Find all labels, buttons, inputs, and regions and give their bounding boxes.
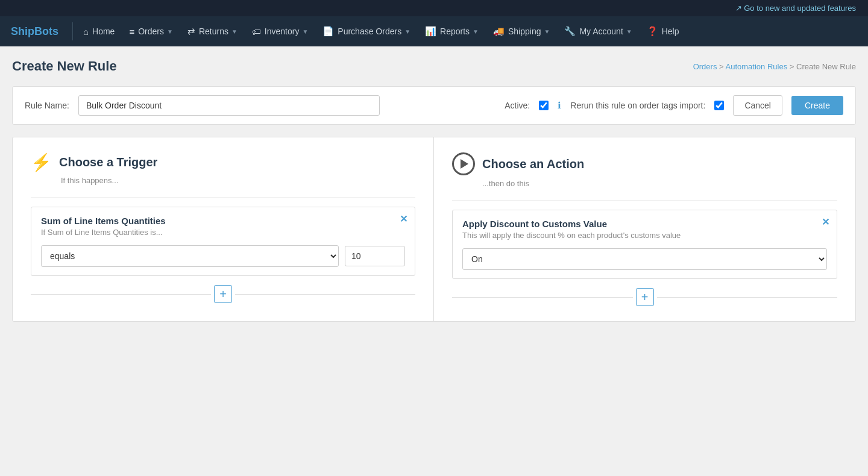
rule-name-bar: Rule Name: Active: ℹ Rerun this rule on … xyxy=(12,86,856,125)
trigger-add-button[interactable]: + xyxy=(214,285,232,303)
top-banner: ↗ Go to new and updated features xyxy=(0,0,868,16)
reports-icon: 📊 xyxy=(425,26,436,37)
nav-logo[interactable]: ShipBots xyxy=(6,25,63,38)
info-icon[interactable]: ℹ xyxy=(558,100,561,111)
orders-dropdown-arrow: ▼ xyxy=(167,28,173,35)
trigger-divider xyxy=(31,197,415,198)
new-features-link[interactable]: ↗ Go to new and updated features xyxy=(735,4,856,13)
trigger-condition-select[interactable]: equals greater than less than not equals xyxy=(41,245,339,267)
trigger-value-input[interactable] xyxy=(345,246,405,266)
action-card-close[interactable]: ✕ xyxy=(822,218,829,227)
returns-icon: ⇄ xyxy=(187,26,195,37)
trigger-panel-subtitle: If this happens... xyxy=(61,176,415,185)
trigger-card-form: equals greater than less than not equals xyxy=(41,245,405,267)
nav-label-inventory: Inventory xyxy=(265,27,300,36)
shipping-dropdown-arrow: ▼ xyxy=(544,28,550,35)
nav-label-returns: Returns xyxy=(199,27,228,36)
shipping-icon: 🚚 xyxy=(493,26,505,37)
nav-item-shipping[interactable]: 🚚 Shipping ▼ xyxy=(486,16,557,46)
purchase-orders-icon: 📄 xyxy=(322,26,334,37)
trigger-card-title: Sum of Line Items Quantities xyxy=(41,216,405,226)
my-account-icon: 🔧 xyxy=(564,26,576,37)
rerun-checkbox[interactable] xyxy=(714,101,724,110)
rule-name-input[interactable] xyxy=(78,95,380,116)
breadcrumb-sep1: > xyxy=(719,62,726,71)
logo-text: ShipBots xyxy=(11,25,58,38)
action-panel-subtitle: ...then do this xyxy=(482,179,837,188)
action-panel: Choose an Action ...then do this Apply D… xyxy=(434,137,855,321)
nav-label-orders: Orders xyxy=(138,27,164,36)
action-card-description: This will apply the discount % on each p… xyxy=(462,231,827,240)
trigger-add-line-left xyxy=(31,294,211,295)
trigger-panel-title: Choose a Trigger xyxy=(59,155,157,169)
my-account-dropdown-arrow: ▼ xyxy=(626,28,632,35)
action-add-button[interactable]: + xyxy=(636,288,654,306)
action-card-title: Apply Discount to Customs Value xyxy=(462,219,827,229)
breadcrumb-orders[interactable]: Orders xyxy=(693,62,717,71)
nav-item-purchase-orders[interactable]: 📄 Purchase Orders ▼ xyxy=(315,16,418,46)
home-icon: ⌂ xyxy=(83,27,89,37)
page-header: Create New Rule Orders > Automation Rule… xyxy=(12,58,856,74)
action-panel-header: Choose an Action xyxy=(452,152,837,175)
breadcrumb-automation-rules[interactable]: Automation Rules xyxy=(726,62,788,71)
trigger-card-close[interactable]: ✕ xyxy=(400,215,407,224)
inventory-dropdown-arrow: ▼ xyxy=(302,28,308,35)
panels-container: ⚡ Choose a Trigger If this happens... Su… xyxy=(12,137,856,322)
rule-name-label: Rule Name: xyxy=(25,101,69,110)
nav-items: ⌂ Home ≡ Orders ▼ ⇄ Returns ▼ 🏷 Inventor… xyxy=(76,16,862,46)
inventory-icon: 🏷 xyxy=(252,27,261,37)
action-card: Apply Discount to Customs Value This wil… xyxy=(452,210,837,279)
nav-item-returns[interactable]: ⇄ Returns ▼ xyxy=(180,16,245,46)
help-icon: ❓ xyxy=(647,26,658,37)
nav-label-reports: Reports xyxy=(440,27,470,36)
nav-item-orders[interactable]: ≡ Orders ▼ xyxy=(122,16,180,46)
nav-label-shipping: Shipping xyxy=(508,27,541,36)
page-content: Create New Rule Orders > Automation Rule… xyxy=(0,46,868,334)
active-checkbox[interactable] xyxy=(539,101,549,110)
trigger-card-subtitle: If Sum of Line Items Quantities is... xyxy=(41,228,405,237)
nav-item-home[interactable]: ⌂ Home xyxy=(76,16,122,46)
nav-item-inventory[interactable]: 🏷 Inventory ▼ xyxy=(245,16,316,46)
active-label: Active: xyxy=(505,101,530,110)
trigger-panel: ⚡ Choose a Trigger If this happens... Su… xyxy=(13,137,434,321)
trigger-card: Sum of Line Items Quantities If Sum of L… xyxy=(31,207,415,276)
create-button[interactable]: Create xyxy=(791,96,843,115)
nav-item-reports[interactable]: 📊 Reports ▼ xyxy=(418,16,486,46)
nav-item-my-account[interactable]: 🔧 My Account ▼ xyxy=(557,16,639,46)
lightning-icon: ⚡ xyxy=(31,152,52,172)
action-add-line-left xyxy=(452,297,633,298)
trigger-add-line-right xyxy=(235,294,415,295)
page-title: Create New Rule xyxy=(12,58,117,74)
nav-label-my-account: My Account xyxy=(579,27,623,36)
trigger-panel-header: ⚡ Choose a Trigger xyxy=(31,152,415,172)
action-condition-select[interactable]: On Off xyxy=(462,248,827,270)
reports-dropdown-arrow: ▼ xyxy=(473,28,479,35)
trigger-add-row: + xyxy=(31,285,415,303)
nav-label-purchase-orders: Purchase Orders xyxy=(338,27,401,36)
breadcrumb-current: Create New Rule xyxy=(796,62,856,71)
nav-label-home: Home xyxy=(92,27,115,36)
navigation: ShipBots ⌂ Home ≡ Orders ▼ ⇄ Returns ▼ 🏷… xyxy=(0,16,868,46)
rerun-label: Rerun this rule on order tags import: xyxy=(570,101,705,110)
rule-controls: Active: ℹ Rerun this rule on order tags … xyxy=(505,95,843,116)
purchase-orders-dropdown-arrow: ▼ xyxy=(404,28,410,35)
returns-dropdown-arrow: ▼ xyxy=(231,28,237,35)
nav-label-help: Help xyxy=(662,27,679,36)
action-divider xyxy=(452,200,837,201)
orders-icon: ≡ xyxy=(129,27,134,37)
breadcrumb-sep2: > xyxy=(790,62,796,71)
action-card-form: On Off xyxy=(462,248,827,270)
breadcrumb: Orders > Automation Rules > Create New R… xyxy=(693,62,856,71)
action-add-row: + xyxy=(452,288,837,306)
action-panel-title: Choose an Action xyxy=(482,157,584,171)
nav-item-help[interactable]: ❓ Help xyxy=(640,16,687,46)
play-icon xyxy=(452,152,475,175)
nav-divider xyxy=(72,22,73,40)
action-add-line-right xyxy=(657,297,838,298)
cancel-button[interactable]: Cancel xyxy=(733,95,782,116)
